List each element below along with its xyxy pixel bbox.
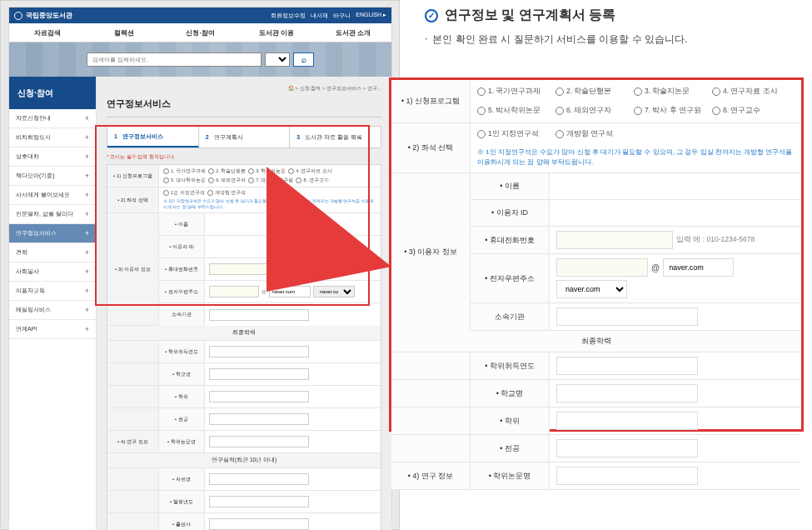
publisher-input[interactable] <box>209 518 309 530</box>
main-content: 🏠 > 신청·참여 > 연구정보서비스 > 연구... 연구정보서비스 1연구정… <box>97 77 391 530</box>
sidebar-item-10[interactable]: 메일링서비스+ <box>9 301 96 320</box>
brand[interactable]: 국립중앙도서관 <box>14 11 72 20</box>
sublabel-major: • 전공 <box>159 408 205 430</box>
zoom-panel: • 1) 신청프로그램 1. 국가연구과제2. 학술단행본3. 학술지논문4. … <box>389 78 804 432</box>
zoom-email-input[interactable] <box>556 258 648 277</box>
org-input[interactable] <box>209 309 309 321</box>
zoom-label-program: • 1) 신청프로그램 <box>391 80 471 122</box>
published-input[interactable] <box>209 496 309 508</box>
callout-title-text: 연구정보 및 연구계획서 등록 <box>445 7 615 24</box>
program-option-2[interactable]: 3. 학술지논문 <box>248 168 286 174</box>
sidebar-item-4[interactable]: 사서에게 물어보세요+ <box>9 186 96 205</box>
program-option-6[interactable]: 7. 박사 후 연구원 <box>248 178 293 183</box>
nav-use[interactable]: 도서관 이용 <box>238 28 315 38</box>
school-input[interactable] <box>209 368 309 380</box>
zoom-sublabel-degree-year: • 학위취득연도 <box>471 352 550 379</box>
page-screenshot: 국립중앙도서관 회원정보수정 내서재 바구니 ENGLISH ▸ 자료검색 컬렉… <box>0 0 400 530</box>
zoom-program-option-6[interactable]: 7. 박사 후 연구원 <box>634 106 709 116</box>
link-mylibrary[interactable]: 내서재 <box>311 12 328 20</box>
sidebar-item-11[interactable]: 연계API+ <box>9 320 96 339</box>
sidebar-item-6[interactable]: 연구정보서비스+ <box>9 224 96 243</box>
zoom-seat-cell: 1인 지정연구석 개방형 연구석 ※ 1인 지정연구석은 수요가 많아 신청 후… <box>471 123 801 172</box>
zoom-program-option-3[interactable]: 4. 연구자료 조사 <box>712 87 787 97</box>
nav-apply[interactable]: 신청·참여 <box>162 28 239 38</box>
sidebar-item-5[interactable]: 인문열차, 삶을 달리다+ <box>9 205 96 224</box>
zoom-org-input[interactable] <box>556 308 698 326</box>
sidebar-item-7[interactable]: 견학+ <box>9 243 96 262</box>
page-title: 연구정보서비스 <box>107 98 381 118</box>
email-domain-input[interactable] <box>269 286 311 298</box>
search-filter-select[interactable] <box>265 52 290 67</box>
degree-input[interactable] <box>209 391 309 402</box>
tab-2[interactable]: 3도서관 자료 활용 목록 <box>290 127 381 148</box>
degree-year-input[interactable] <box>209 346 309 358</box>
nav-about[interactable]: 도서관 소개 <box>315 28 391 38</box>
zoom-seat-option-2[interactable]: 개방형 연구석 <box>555 129 630 139</box>
required-note: * 표시는 필수 입력 항목입니다. <box>107 153 381 161</box>
zoom-seat-option-1[interactable]: 1인 지정연구석 <box>477 129 552 139</box>
zoom-sublabel-email: • 전자우편주소 <box>471 254 550 302</box>
zoom-major-input[interactable] <box>556 439 698 458</box>
link-english[interactable]: ENGLISH ▸ <box>356 12 386 20</box>
zoom-phone-input[interactable] <box>556 231 673 249</box>
section-recent-research: 연구실적(최근 10년 이내) <box>107 453 381 468</box>
zoom-sublabel-name: • 이름 <box>471 173 550 199</box>
sidebar-item-0[interactable]: 자료신청안내+ <box>9 109 96 128</box>
sidebar-item-2[interactable]: 상호대차+ <box>9 148 96 167</box>
tabs: 1연구정보서비스2연구계획서3도서관 자료 활용 목록 <box>107 126 381 148</box>
label-user: • 3) 이용자 정보 <box>107 213 159 326</box>
link-member-edit[interactable]: 회원정보수정 <box>271 12 306 20</box>
link-basket[interactable]: 바구니 <box>333 12 351 20</box>
program-option-0[interactable]: 1. 국가연구과제 <box>163 168 206 174</box>
zoom-seat-note: ※ 1인 지정연구석은 수요가 많아 신청 후 대기가 필요할 수 있으며, 그… <box>477 148 795 168</box>
seat-option-1[interactable]: 1인 지정연구석 <box>163 190 205 196</box>
callout-title: ✓ 연구정보 및 연구계획서 등록 <box>425 7 800 24</box>
email-input[interactable] <box>209 286 259 298</box>
sublabel-employer: • 자료명 <box>159 468 205 490</box>
major-input[interactable] <box>209 413 309 425</box>
nav-collection[interactable]: 컬렉션 <box>86 28 162 38</box>
program-option-5[interactable]: 6. 재외연구자 <box>208 178 246 183</box>
phone-input[interactable] <box>209 263 276 275</box>
sidebar-item-8[interactable]: 사회봉사+ <box>9 262 96 282</box>
zoom-sublabel-degree: • 학위 <box>471 408 550 434</box>
tab-1[interactable]: 2연구계획서 <box>199 127 291 148</box>
zoom-section-final-edu: 최종학력 <box>391 331 801 352</box>
brand-text: 국립중앙도서관 <box>26 11 72 20</box>
seat-option-2[interactable]: 개방형 연구석 <box>207 190 247 196</box>
program-option-1[interactable]: 2. 학술단행본 <box>208 168 246 174</box>
zoom-sublabel-thesis: • 학위논문명 <box>471 462 550 489</box>
tab-0[interactable]: 1연구정보서비스 <box>107 127 199 148</box>
program-option-3[interactable]: 4. 연구자료 조사 <box>288 168 332 174</box>
nav-search[interactable]: 자료검색 <box>9 28 86 38</box>
sidebar-item-3[interactable]: 책다모아(기증)+ <box>9 167 96 186</box>
zoom-program-option-1[interactable]: 2. 학술단행본 <box>555 87 630 97</box>
zoom-program-option-2[interactable]: 3. 학술지논문 <box>634 87 709 97</box>
zoom-degree-year-input[interactable] <box>556 357 698 375</box>
search-button[interactable]: ⌕ <box>293 52 314 67</box>
zoom-program-option-5[interactable]: 6. 재외연구자 <box>555 106 630 116</box>
sublabel-thesis: • 학위논문명 <box>159 431 205 452</box>
sidebar-item-1[interactable]: 비치희망도서+ <box>9 128 96 148</box>
callout-desc: · 본인 확인 완료 시 질문하기 서비스를 이용할 수 있습니다. <box>425 32 800 47</box>
sublabel-email: • 전자우편주소 <box>159 281 205 302</box>
zoom-sublabel-userid: • 이용자 ID <box>471 200 550 226</box>
sublabel-name: • 이름 <box>159 213 205 235</box>
material-input[interactable] <box>209 473 309 485</box>
zoom-degree-input[interactable] <box>556 412 698 430</box>
zoom-email-domain-select[interactable]: naver.com <box>556 280 627 298</box>
sidebar-item-9[interactable]: 이용자교육+ <box>9 282 96 301</box>
program-option-7[interactable]: 8. 연구교수 <box>296 178 328 183</box>
zoom-program-option-7[interactable]: 8. 연구교수 <box>712 106 787 116</box>
program-option-4[interactable]: 5. 박사학위논문 <box>163 178 206 183</box>
zoom-school-input[interactable] <box>556 384 698 402</box>
plus-icon: + <box>85 248 89 257</box>
zoom-program-option-4[interactable]: 5. 박사학위논문 <box>477 106 552 116</box>
zoom-program-option-0[interactable]: 1. 국가연구과제 <box>477 87 552 97</box>
search-input[interactable] <box>87 52 262 67</box>
zoom-email-domain-input[interactable] <box>663 258 734 277</box>
zoom-thesis-input[interactable] <box>556 467 698 485</box>
thesis-input[interactable] <box>209 436 309 448</box>
plus-icon: + <box>85 133 89 142</box>
email-domain-select[interactable]: naver.com <box>313 286 355 298</box>
